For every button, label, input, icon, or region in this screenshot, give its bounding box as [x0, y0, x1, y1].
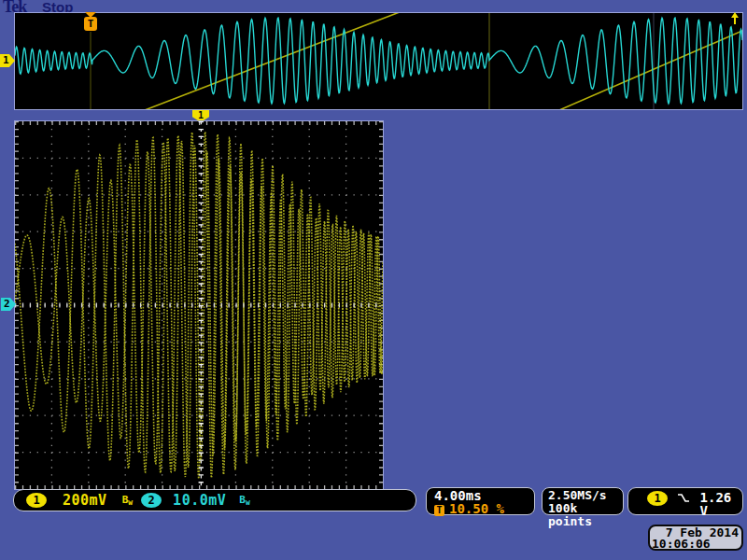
ch2-scale: 10.0mV — [173, 492, 226, 509]
falling-edge-icon — [677, 493, 689, 504]
xy-waveform-display — [15, 121, 383, 489]
main-graticule — [14, 120, 384, 490]
trigger-level-arrow-stem — [734, 18, 736, 24]
sample-rate-readout: 2.50MS/s — [548, 489, 623, 502]
bw-w: w — [246, 498, 250, 507]
channel-1-badge: 1 — [26, 493, 47, 508]
bw-w: w — [128, 498, 133, 507]
datetime-box: 7 Feb 2014 10:06:06 — [648, 525, 743, 551]
ch1-bandwidth-limit-icon: Bw — [122, 494, 133, 507]
timebase-readout: 4.00ms — [434, 489, 534, 502]
trigger-t-icon: T — [434, 505, 444, 516]
trigger-source-badge: 1 — [647, 491, 668, 506]
trigger-position-readout: 10.50 % — [449, 501, 504, 516]
trigger-level-readout: 1.26 V — [700, 491, 742, 517]
overview-strip — [14, 12, 743, 110]
vertical-readout-box: 1 200mV Bw 2 10.0mV Bw — [13, 489, 416, 511]
channel-1-marker-icon: 1 — [0, 54, 15, 67]
bw-b: B — [239, 494, 246, 506]
channel-2-badge: 2 — [141, 493, 162, 508]
trigger-readout-box: 1 1.26 V — [627, 487, 743, 515]
acquisition-readout-box: 2.50MS/s 100k points — [542, 487, 624, 515]
time-readout: 10:06:06 — [650, 539, 741, 550]
trigger-position-marker-icon: T — [84, 17, 97, 31]
ch1-scale: 200mV — [63, 492, 107, 509]
ch2-bandwidth-limit-icon: Bw — [239, 494, 249, 507]
horizontal-readout-box: 4.00ms T10.50 % — [426, 487, 535, 515]
oscilloscope-screen: { "header": { "logo": "Tek", "status": "… — [0, 0, 747, 560]
overview-waveform-display — [15, 13, 742, 109]
record-length-readout: 100k points — [548, 502, 623, 528]
